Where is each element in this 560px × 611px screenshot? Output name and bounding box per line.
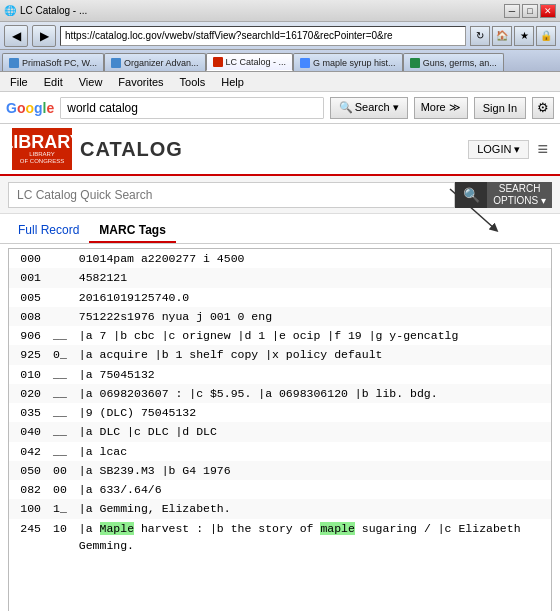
marc-data: |a 7 |b cbc |c orignew |d 1 |e ocip |f 1… [73,326,551,345]
table-row: 925 0_ |a acquire |b 1 shelf copy |x pol… [9,345,551,364]
lc-favicon [213,57,223,67]
table-row: 100 1_ |a Gemming, Elizabeth. [9,499,551,518]
marc-tag: 001 [9,268,47,287]
marc-ind: __ [47,422,73,441]
window-titlebar: 🌐 LC Catalog - ... ─ □ ✕ [0,0,560,22]
tab-lc-label: LC Catalog - ... [226,57,287,67]
tab-marc-tags[interactable]: MARC Tags [89,219,175,243]
marc-tag: 245 [9,519,47,556]
marc-ind: __ [47,403,73,422]
address-bar: ◀ ▶ ↻ 🏠 ★ 🔒 [0,22,560,50]
marc-data: 20161019125740.0 [73,288,551,307]
hamburger-icon[interactable]: ≡ [537,139,548,160]
marc-data: |a DLC |c DLC |d DLC [73,422,551,441]
maximize-button[interactable]: □ [522,4,538,18]
marc-ind: 00 [47,480,73,499]
marc-data: |a 75045132 [73,365,551,384]
login-button[interactable]: LOGIN ▾ [468,140,529,159]
menu-view[interactable]: View [71,74,111,90]
marc-content[interactable]: 000 01014pam a2200277 i 4500 001 4582121… [8,248,552,611]
menu-file[interactable]: File [2,74,36,90]
marc-ind: __ [47,326,73,345]
guns-favicon [410,58,420,68]
marc-tag: 100 [9,499,47,518]
tab-primasoft[interactable]: PrimaSoft PC, W... [2,53,104,71]
table-row: 245 10 |a Maple harvest : |b the story o… [9,519,551,556]
table-row: 042 __ |a lcac [9,442,551,461]
marc-tag: 035 [9,403,47,422]
marc-ind [47,307,73,326]
google-search-button[interactable]: 🔍 Search ▾ [330,97,408,119]
address-icons: ↻ 🏠 ★ 🔒 [470,26,556,46]
marc-data: |a acquire |b 1 shelf copy |x policy def… [73,345,551,364]
table-row: 906 __ |a 7 |b cbc |c orignew |d 1 |e oc… [9,326,551,345]
menu-tools[interactable]: Tools [172,74,214,90]
google-favicon [300,58,310,68]
marc-tag: 040 [9,422,47,441]
organizer-favicon [111,58,121,68]
google-settings-button[interactable]: ⚙ [532,97,554,119]
lc-header: LIBRARY LIBRARYOF CONGRESS CATALOG LOGIN… [0,124,560,176]
menu-help[interactable]: Help [213,74,252,90]
google-signin-button[interactable]: Sign In [474,97,526,119]
menu-favorites[interactable]: Favorites [110,74,171,90]
minimize-button[interactable]: ─ [504,4,520,18]
marc-ind: 00 [47,461,73,480]
lc-search-input[interactable] [8,182,455,208]
lc-logo-subtext: LIBRARYOF CONGRESS [20,151,64,165]
tab-google[interactable]: G maple syrup hist... [293,53,403,71]
lc-logo-box: LIBRARY LIBRARYOF CONGRESS [12,128,72,170]
url-input[interactable] [60,26,466,46]
table-row: 010 __ |a 75045132 [9,365,551,384]
google-more-button[interactable]: More ≫ [414,97,468,119]
tab-organizer[interactable]: Organizer Advan... [104,53,206,71]
menu-edit[interactable]: Edit [36,74,71,90]
marc-ind: __ [47,384,73,403]
lc-logo-text: LIBRARY [2,133,81,151]
google-logo: Google [6,100,54,116]
lc-catalog-label: CATALOG [80,138,183,161]
tab-primasoft-label: PrimaSoft PC, W... [22,58,97,68]
marc-table: 000 01014pam a2200277 i 4500 001 4582121… [9,249,551,555]
record-tabs: Full Record MARC Tags [0,214,560,244]
home-button[interactable]: 🏠 [492,26,512,46]
forward-button[interactable]: ▶ [32,25,56,47]
search-icon: 🔍 [339,101,353,114]
table-row: 005 20161019125740.0 [9,288,551,307]
marc-ind: 1_ [47,499,73,518]
tab-guns[interactable]: Guns, germs, an... [403,53,504,71]
marc-tag: 042 [9,442,47,461]
table-row: 001 4582121 [9,268,551,287]
google-logo-text: Google [6,100,54,116]
gear-icon: ⚙ [537,100,549,115]
marc-ind: __ [47,442,73,461]
marc-data: |a Maple harvest : |b the story of maple… [73,519,551,556]
window-favicon: 🌐 [4,5,16,16]
lc-header-right: LOGIN ▾ ≡ [468,139,548,160]
back-button[interactable]: ◀ [4,25,28,47]
window-title: LC Catalog - ... [20,5,87,16]
marc-data: 4582121 [73,268,551,287]
tab-lc-catalog[interactable]: LC Catalog - ... [206,53,294,71]
close-button[interactable]: ✕ [540,4,556,18]
marc-data: |a SB239.M3 |b G4 1976 [73,461,551,480]
tab-full-record[interactable]: Full Record [8,219,89,243]
marc-tag: 906 [9,326,47,345]
marc-ind: 10 [47,519,73,556]
marc-tag: 008 [9,307,47,326]
refresh-button[interactable]: ↻ [470,26,490,46]
star-button[interactable]: ★ [514,26,534,46]
primasoft-favicon [9,58,19,68]
google-search-input[interactable] [60,97,323,119]
marc-ind: __ [47,365,73,384]
marc-tag: 005 [9,288,47,307]
window-controls: ─ □ ✕ [504,4,556,18]
tab-organizer-label: Organizer Advan... [124,58,199,68]
svg-line-0 [450,189,495,229]
lock-icon: 🔒 [536,26,556,46]
tab-guns-label: Guns, germs, an... [423,58,497,68]
tab-google-label: G maple syrup hist... [313,58,396,68]
table-row: 082 00 |a 633/.64/6 [9,480,551,499]
marc-ind [47,249,73,268]
marc-tag: 020 [9,384,47,403]
